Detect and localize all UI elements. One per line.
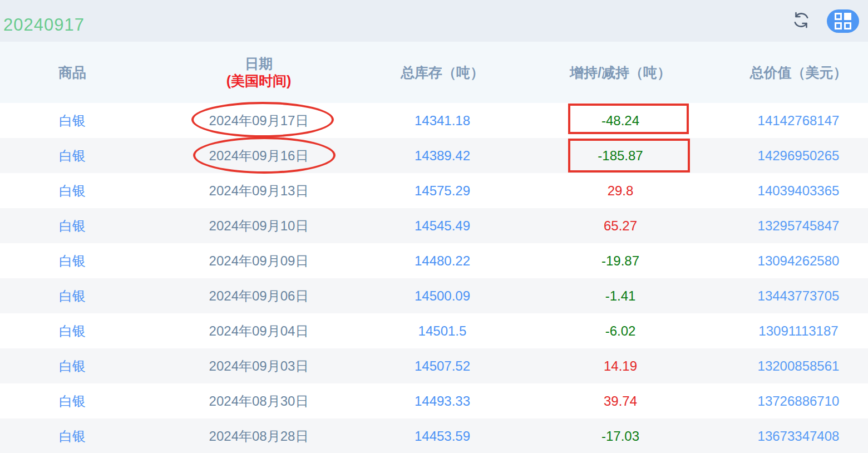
header-date-subnote: (美国时间) [145,72,373,90]
inventory-cell: 14480.22 [373,253,512,269]
table-row: 白银2024年09月13日14575.2929.814039403365 [0,173,868,208]
header-inventory: 总库存（吨） [373,63,512,82]
inventory-cell: 14341.18 [373,113,512,129]
commodity-cell: 白银 [0,147,145,165]
layout-grid-button[interactable] [827,9,859,33]
date-cell: 2024年09月17日 [145,112,373,130]
change-cell: 14.19 [512,358,729,374]
table-row: 白银2024年09月09日14480.22-19.8713094262580 [0,243,868,278]
date-cell: 2024年08月28日 [145,427,373,445]
commodity-cell: 白银 [0,392,145,410]
value-cell: 13091113187 [729,323,868,339]
date-cell: 2024年09月06日 [145,287,373,305]
date-cell: 2024年09月04日 [145,322,373,340]
table-row: 白银2024年09月03日14507.5214.1913200858561 [0,348,868,383]
value-cell: 13673347408 [729,429,868,444]
change-cell: -6.02 [512,323,729,339]
value-cell: 13726886710 [729,393,868,409]
table-row: 白银2024年09月16日14389.42-185.8714296950265 [0,138,868,173]
inventory-cell: 14500.09 [373,288,512,304]
inventory-cell: 14545.49 [373,218,512,234]
commodity-cell: 白银 [0,322,145,340]
header-commodity: 商品 [0,63,145,82]
inventory-cell: 14453.59 [373,429,512,444]
table-row: 白银2024年09月17日14341.18-48.2414142768147 [0,103,868,138]
value-cell: 13443773705 [729,288,868,304]
inventory-cell: 14493.33 [373,393,512,409]
header-change: 增持/减持（吨） [512,63,729,82]
date-cell: 2024年09月16日 [145,147,373,165]
value-cell: 13094262580 [729,253,868,269]
table-header: 商品 日期 (美国时间) 总库存（吨） 增持/减持（吨） 总价值（美元） [0,42,868,103]
commodity-cell: 白银 [0,427,145,445]
inventory-cell: 14501.5 [373,323,512,339]
inventory-cell: 14507.52 [373,358,512,374]
commodity-cell: 白银 [0,182,145,200]
table-row: 白银2024年09月06日14500.09-1.4113443773705 [0,278,868,313]
value-cell: 13295745847 [729,218,868,234]
commodity-cell: 白银 [0,357,145,375]
header-value: 总价值（美元） [729,63,868,82]
inventory-cell: 14389.42 [373,148,512,164]
date-cell: 2024年09月03日 [145,357,373,375]
date-cell: 2024年09月09日 [145,252,373,270]
commodity-cell: 白银 [0,252,145,270]
table-row: 白银2024年08月28日14453.59-17.0313673347408 [0,418,868,453]
date-cell: 2024年08月30日 [145,392,373,410]
change-cell: -1.41 [512,288,729,304]
titlebar-actions [790,9,859,33]
commodity-cell: 白银 [0,217,145,235]
table-row: 白银2024年08月30日14493.3339.7413726886710 [0,383,868,418]
table-row: 白银2024年09月10日14545.4965.2713295745847 [0,208,868,243]
table-row: 白银2024年09月04日14501.5-6.0213091113187 [0,313,868,348]
date-cell: 2024年09月13日 [145,182,373,200]
value-cell: 13200858561 [729,358,868,374]
change-cell: -185.87 [512,148,729,164]
title-bar: 20240917 [0,0,868,42]
commodity-cell: 白银 [0,112,145,130]
page-title: 20240917 [3,15,85,35]
inventory-cell: 14575.29 [373,183,512,199]
refresh-button[interactable] [790,10,812,32]
commodity-cell: 白银 [0,287,145,305]
change-cell: -17.03 [512,429,729,444]
date-cell: 2024年09月10日 [145,217,373,235]
header-date-label: 日期 [145,55,373,72]
change-cell: 39.74 [512,393,729,409]
change-cell: -48.24 [512,113,729,129]
value-cell: 14039403365 [729,183,868,199]
value-cell: 14142768147 [729,113,868,129]
change-cell: 65.27 [512,218,729,234]
refresh-icon [791,9,812,32]
header-date: 日期 (美国时间) [145,55,373,90]
value-cell: 14296950265 [729,148,868,164]
table-body: 白银2024年09月17日14341.18-48.2414142768147白银… [0,103,868,453]
grid-icon [835,13,851,29]
change-cell: 29.8 [512,183,729,199]
change-cell: -19.87 [512,253,729,269]
